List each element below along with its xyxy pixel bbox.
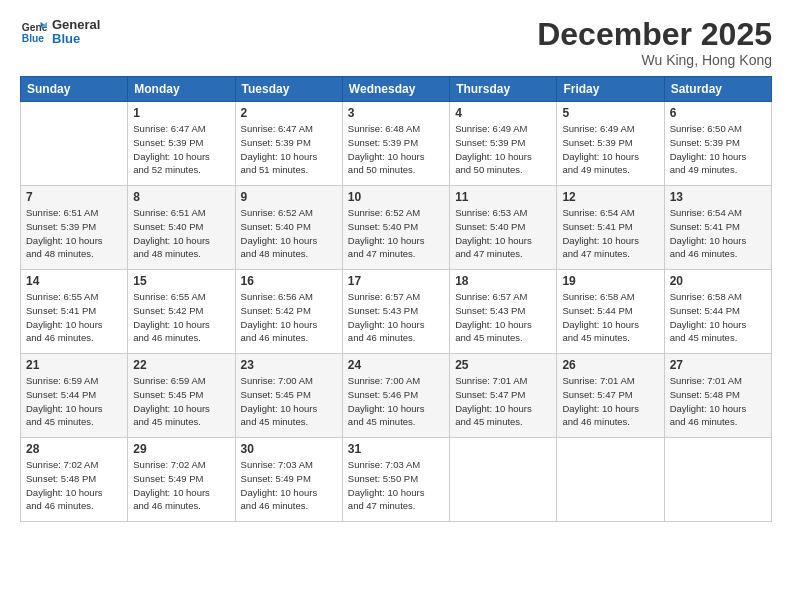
day-cell: 14Sunrise: 6:55 AM Sunset: 5:41 PM Dayli…	[21, 270, 128, 354]
day-number: 11	[455, 190, 551, 204]
day-cell: 2Sunrise: 6:47 AM Sunset: 5:39 PM Daylig…	[235, 102, 342, 186]
day-cell: 22Sunrise: 6:59 AM Sunset: 5:45 PM Dayli…	[128, 354, 235, 438]
day-cell: 30Sunrise: 7:03 AM Sunset: 5:49 PM Dayli…	[235, 438, 342, 522]
svg-text:General: General	[22, 22, 48, 33]
day-cell: 24Sunrise: 7:00 AM Sunset: 5:46 PM Dayli…	[342, 354, 449, 438]
day-info: Sunrise: 7:00 AM Sunset: 5:45 PM Dayligh…	[241, 374, 337, 429]
day-number: 1	[133, 106, 229, 120]
day-cell: 10Sunrise: 6:52 AM Sunset: 5:40 PM Dayli…	[342, 186, 449, 270]
day-cell	[21, 102, 128, 186]
header: General Blue General Blue December 2025 …	[20, 18, 772, 68]
day-info: Sunrise: 6:49 AM Sunset: 5:39 PM Dayligh…	[455, 122, 551, 177]
day-cell: 11Sunrise: 6:53 AM Sunset: 5:40 PM Dayli…	[450, 186, 557, 270]
title-block: December 2025 Wu King, Hong Kong	[537, 18, 772, 68]
location: Wu King, Hong Kong	[537, 52, 772, 68]
day-cell: 29Sunrise: 7:02 AM Sunset: 5:49 PM Dayli…	[128, 438, 235, 522]
day-number: 8	[133, 190, 229, 204]
day-cell: 15Sunrise: 6:55 AM Sunset: 5:42 PM Dayli…	[128, 270, 235, 354]
day-info: Sunrise: 6:51 AM Sunset: 5:39 PM Dayligh…	[26, 206, 122, 261]
day-cell: 8Sunrise: 6:51 AM Sunset: 5:40 PM Daylig…	[128, 186, 235, 270]
day-cell: 20Sunrise: 6:58 AM Sunset: 5:44 PM Dayli…	[664, 270, 771, 354]
day-number: 6	[670, 106, 766, 120]
day-cell: 28Sunrise: 7:02 AM Sunset: 5:48 PM Dayli…	[21, 438, 128, 522]
col-wednesday: Wednesday	[342, 77, 449, 102]
day-number: 18	[455, 274, 551, 288]
day-number: 19	[562, 274, 658, 288]
header-row: Sunday Monday Tuesday Wednesday Thursday…	[21, 77, 772, 102]
day-number: 2	[241, 106, 337, 120]
day-info: Sunrise: 7:00 AM Sunset: 5:46 PM Dayligh…	[348, 374, 444, 429]
day-cell: 12Sunrise: 6:54 AM Sunset: 5:41 PM Dayli…	[557, 186, 664, 270]
col-friday: Friday	[557, 77, 664, 102]
day-info: Sunrise: 6:58 AM Sunset: 5:44 PM Dayligh…	[562, 290, 658, 345]
day-info: Sunrise: 7:01 AM Sunset: 5:47 PM Dayligh…	[562, 374, 658, 429]
col-tuesday: Tuesday	[235, 77, 342, 102]
day-cell: 3Sunrise: 6:48 AM Sunset: 5:39 PM Daylig…	[342, 102, 449, 186]
day-cell: 23Sunrise: 7:00 AM Sunset: 5:45 PM Dayli…	[235, 354, 342, 438]
col-saturday: Saturday	[664, 77, 771, 102]
day-info: Sunrise: 6:54 AM Sunset: 5:41 PM Dayligh…	[670, 206, 766, 261]
day-info: Sunrise: 7:03 AM Sunset: 5:50 PM Dayligh…	[348, 458, 444, 513]
col-sunday: Sunday	[21, 77, 128, 102]
day-info: Sunrise: 6:48 AM Sunset: 5:39 PM Dayligh…	[348, 122, 444, 177]
day-number: 16	[241, 274, 337, 288]
day-info: Sunrise: 7:02 AM Sunset: 5:49 PM Dayligh…	[133, 458, 229, 513]
week-row-2: 14Sunrise: 6:55 AM Sunset: 5:41 PM Dayli…	[21, 270, 772, 354]
week-row-3: 21Sunrise: 6:59 AM Sunset: 5:44 PM Dayli…	[21, 354, 772, 438]
day-cell: 17Sunrise: 6:57 AM Sunset: 5:43 PM Dayli…	[342, 270, 449, 354]
day-cell	[557, 438, 664, 522]
col-thursday: Thursday	[450, 77, 557, 102]
day-info: Sunrise: 6:52 AM Sunset: 5:40 PM Dayligh…	[348, 206, 444, 261]
day-info: Sunrise: 6:56 AM Sunset: 5:42 PM Dayligh…	[241, 290, 337, 345]
day-info: Sunrise: 7:03 AM Sunset: 5:49 PM Dayligh…	[241, 458, 337, 513]
day-info: Sunrise: 6:57 AM Sunset: 5:43 PM Dayligh…	[455, 290, 551, 345]
day-number: 15	[133, 274, 229, 288]
day-cell: 26Sunrise: 7:01 AM Sunset: 5:47 PM Dayli…	[557, 354, 664, 438]
day-cell: 19Sunrise: 6:58 AM Sunset: 5:44 PM Dayli…	[557, 270, 664, 354]
day-info: Sunrise: 6:58 AM Sunset: 5:44 PM Dayligh…	[670, 290, 766, 345]
day-cell	[450, 438, 557, 522]
day-info: Sunrise: 6:53 AM Sunset: 5:40 PM Dayligh…	[455, 206, 551, 261]
day-info: Sunrise: 6:47 AM Sunset: 5:39 PM Dayligh…	[241, 122, 337, 177]
day-number: 9	[241, 190, 337, 204]
day-number: 10	[348, 190, 444, 204]
day-number: 20	[670, 274, 766, 288]
day-info: Sunrise: 6:57 AM Sunset: 5:43 PM Dayligh…	[348, 290, 444, 345]
week-row-4: 28Sunrise: 7:02 AM Sunset: 5:48 PM Dayli…	[21, 438, 772, 522]
day-number: 22	[133, 358, 229, 372]
day-info: Sunrise: 6:59 AM Sunset: 5:44 PM Dayligh…	[26, 374, 122, 429]
day-number: 26	[562, 358, 658, 372]
day-info: Sunrise: 7:01 AM Sunset: 5:47 PM Dayligh…	[455, 374, 551, 429]
month-title: December 2025	[537, 18, 772, 50]
logo-icon: General Blue	[20, 18, 48, 46]
logo-general: General	[52, 18, 100, 32]
day-cell: 21Sunrise: 6:59 AM Sunset: 5:44 PM Dayli…	[21, 354, 128, 438]
day-cell: 4Sunrise: 6:49 AM Sunset: 5:39 PM Daylig…	[450, 102, 557, 186]
day-info: Sunrise: 7:01 AM Sunset: 5:48 PM Dayligh…	[670, 374, 766, 429]
calendar-body: 1Sunrise: 6:47 AM Sunset: 5:39 PM Daylig…	[21, 102, 772, 522]
day-cell: 7Sunrise: 6:51 AM Sunset: 5:39 PM Daylig…	[21, 186, 128, 270]
day-number: 21	[26, 358, 122, 372]
day-info: Sunrise: 6:49 AM Sunset: 5:39 PM Dayligh…	[562, 122, 658, 177]
day-cell: 16Sunrise: 6:56 AM Sunset: 5:42 PM Dayli…	[235, 270, 342, 354]
day-info: Sunrise: 6:55 AM Sunset: 5:41 PM Dayligh…	[26, 290, 122, 345]
calendar-page: General Blue General Blue December 2025 …	[0, 0, 792, 612]
day-number: 23	[241, 358, 337, 372]
day-number: 14	[26, 274, 122, 288]
day-info: Sunrise: 6:54 AM Sunset: 5:41 PM Dayligh…	[562, 206, 658, 261]
day-info: Sunrise: 6:47 AM Sunset: 5:39 PM Dayligh…	[133, 122, 229, 177]
day-info: Sunrise: 6:52 AM Sunset: 5:40 PM Dayligh…	[241, 206, 337, 261]
day-cell: 25Sunrise: 7:01 AM Sunset: 5:47 PM Dayli…	[450, 354, 557, 438]
day-number: 27	[670, 358, 766, 372]
day-number: 12	[562, 190, 658, 204]
day-number: 24	[348, 358, 444, 372]
day-info: Sunrise: 6:55 AM Sunset: 5:42 PM Dayligh…	[133, 290, 229, 345]
day-cell: 13Sunrise: 6:54 AM Sunset: 5:41 PM Dayli…	[664, 186, 771, 270]
day-number: 28	[26, 442, 122, 456]
day-cell: 9Sunrise: 6:52 AM Sunset: 5:40 PM Daylig…	[235, 186, 342, 270]
calendar-table: Sunday Monday Tuesday Wednesday Thursday…	[20, 76, 772, 522]
day-number: 31	[348, 442, 444, 456]
week-row-0: 1Sunrise: 6:47 AM Sunset: 5:39 PM Daylig…	[21, 102, 772, 186]
day-info: Sunrise: 6:51 AM Sunset: 5:40 PM Dayligh…	[133, 206, 229, 261]
day-number: 4	[455, 106, 551, 120]
